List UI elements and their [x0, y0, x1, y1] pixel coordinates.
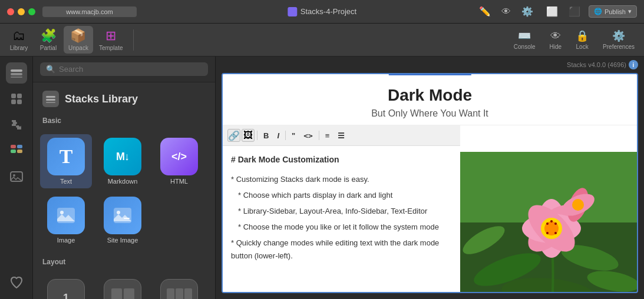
- unordered-list-button[interactable]: ≡: [322, 129, 333, 142]
- heading-main: Dark Mode: [229, 86, 631, 105]
- version-text: Stacks v4.0.0 (4696): [567, 61, 626, 68]
- console-icon: ⌨️: [518, 29, 531, 42]
- svg-rect-9: [11, 150, 16, 153]
- layout-btn-1[interactable]: ⬜: [541, 4, 563, 19]
- html-stack-label: HTML: [170, 178, 188, 185]
- partial-label: Partial: [40, 45, 57, 51]
- mode-label: Dark Mode · But Flexible: [388, 73, 471, 75]
- template-icon: ⊞: [105, 28, 116, 44]
- window-title: Stacks-4-Project: [288, 7, 356, 16]
- version-badge: Stacks v4.0.0 (4696) i: [567, 60, 638, 69]
- tb-sep-3: [319, 131, 319, 140]
- col1-stack-icon: 1: [47, 279, 85, 299]
- text-stack-label: Text: [60, 178, 72, 185]
- toolbar-unpack[interactable]: 📦 Unpack: [64, 26, 93, 54]
- sidebar-item-apps[interactable]: [6, 140, 27, 161]
- minimize-button[interactable]: [18, 8, 25, 15]
- settings-mode-button[interactable]: ⚙️: [517, 4, 538, 19]
- publish-button[interactable]: 🌐 Publish ▾: [589, 5, 637, 18]
- svg-point-36: [554, 222, 557, 225]
- heading-area: Dark Mode But Only Where You Want It: [223, 74, 637, 125]
- library-panel: 🔍 Stacks Library Basic T Te: [33, 57, 216, 299]
- stack-item-siteimage[interactable]: Site Image: [97, 193, 148, 247]
- search-icon: 🔍: [46, 65, 55, 74]
- stack-item-text[interactable]: T Text: [40, 134, 92, 188]
- sidebar-item-image[interactable]: [6, 166, 27, 187]
- editor-area: Stacks v4.0.0 (4696) i ✕ Dark Mode · But…: [216, 57, 644, 299]
- svg-rect-7: [11, 145, 16, 148]
- toolbar-main-group: 🗂 Library 🧩 Partial 📦 Unpack ⊞ Template: [5, 26, 127, 54]
- image-stack-icon: [47, 197, 85, 234]
- fullscreen-button[interactable]: [28, 8, 35, 15]
- layout-btn-2[interactable]: ⬛: [564, 4, 585, 19]
- editor-top-bar: Stacks v4.0.0 (4696) i: [216, 57, 644, 73]
- preferences-label: Preferences: [603, 44, 635, 50]
- image-panel: [460, 125, 637, 293]
- svg-rect-3: [11, 94, 16, 98]
- svg-rect-13: [46, 96, 55, 98]
- tb-sep-2: [285, 131, 286, 140]
- toolbar-lock[interactable]: 🔒 Lock: [571, 27, 593, 52]
- editor-title: # Dark Mode Customization: [231, 153, 452, 167]
- preferences-icon: ⚙️: [612, 29, 625, 42]
- sidebar-item-stacks[interactable]: [6, 62, 27, 84]
- url-text: www.macjb.com: [66, 8, 113, 15]
- stack-item-html[interactable]: </> HTML: [153, 134, 205, 188]
- svg-rect-1: [11, 73, 22, 75]
- library-header: Stacks Library: [33, 82, 215, 112]
- main-toolbar: 🗂 Library 🧩 Partial 📦 Unpack ⊞ Template …: [0, 24, 644, 57]
- link-button[interactable]: 🔗: [227, 129, 240, 142]
- col3-stack-icon: [160, 279, 198, 299]
- toolbar-console[interactable]: ⌨️ Console: [509, 27, 540, 52]
- toolbar-partial[interactable]: 🧩 Partial: [34, 26, 62, 54]
- url-bar: www.macjb.com: [42, 6, 137, 17]
- siteimage-stack-icon: [104, 197, 141, 234]
- svg-point-19: [117, 211, 120, 214]
- hide-icon: 👁: [550, 30, 561, 42]
- stack-item-col2[interactable]: 2 Col: [97, 275, 148, 299]
- svg-point-39: [554, 232, 557, 234]
- ordered-list-button[interactable]: ☰: [334, 129, 348, 142]
- library-icon: 🗂: [12, 28, 25, 44]
- close-button[interactable]: [7, 8, 14, 15]
- stack-item-col3[interactable]: 3 Col: [153, 275, 205, 299]
- search-wrapper: 🔍: [40, 62, 208, 76]
- editor-line-2: * Choose which parts display in dark and…: [231, 189, 452, 202]
- image-stack-label: Image: [57, 237, 75, 244]
- svg-point-12: [13, 174, 15, 177]
- toolbar-preferences[interactable]: ⚙️ Preferences: [598, 27, 639, 52]
- svg-rect-10: [17, 150, 22, 153]
- editor-line-3: * Library-Sidebar, Layout-Area, Info-Sid…: [231, 205, 452, 218]
- search-input[interactable]: [59, 65, 202, 74]
- toolbar-right-group: ⌨️ Console 👁 Hide 🔒 Lock ⚙️ Preferences: [509, 27, 639, 52]
- stack-item-markdown[interactable]: M↓ Markdown: [97, 134, 148, 188]
- edit-mode-button[interactable]: ✏️: [474, 4, 496, 19]
- main-area: 🔍 Stacks Library Basic T Te: [0, 57, 644, 299]
- text-stack-icon: T: [47, 138, 85, 175]
- sidebar-item-addons[interactable]: [6, 88, 27, 109]
- toolbar-hide[interactable]: 👁 Hide: [545, 28, 567, 52]
- toolbar-library[interactable]: 🗂 Library: [5, 26, 33, 54]
- svg-rect-6: [17, 99, 22, 104]
- section-label-layout: Layout: [33, 253, 215, 270]
- console-label: Console: [514, 44, 536, 50]
- editor-content[interactable]: # Dark Mode Customization * Customizing …: [223, 146, 460, 293]
- image-button[interactable]: 🖼: [242, 129, 255, 142]
- toolbar-template[interactable]: ⊞ Template: [94, 26, 128, 54]
- sidebar-item-favorites[interactable]: [6, 272, 27, 293]
- preview-mode-button[interactable]: 👁: [497, 4, 516, 19]
- stack-item-col1[interactable]: 1 1 Col: [40, 275, 92, 299]
- code-button[interactable]: <>: [300, 129, 316, 142]
- italic-button[interactable]: I: [273, 129, 283, 142]
- hide-label: Hide: [550, 44, 562, 50]
- siteimage-stack-label: Site Image: [107, 237, 138, 244]
- info-icon[interactable]: i: [629, 60, 638, 69]
- sidebar-item-puzzle[interactable]: [6, 114, 27, 135]
- svg-rect-8: [17, 145, 22, 148]
- title-bar: www.macjb.com Stacks-4-Project ✏️ 👁 ⚙️ ⬜…: [0, 0, 644, 24]
- quote-button[interactable]: ": [288, 129, 299, 142]
- stack-item-image[interactable]: Image: [40, 193, 92, 247]
- canvas-frame: Dark Mode · But Flexible Dark Mode But O…: [222, 73, 638, 293]
- bold-button[interactable]: B: [260, 129, 272, 142]
- svg-rect-2: [11, 77, 22, 78]
